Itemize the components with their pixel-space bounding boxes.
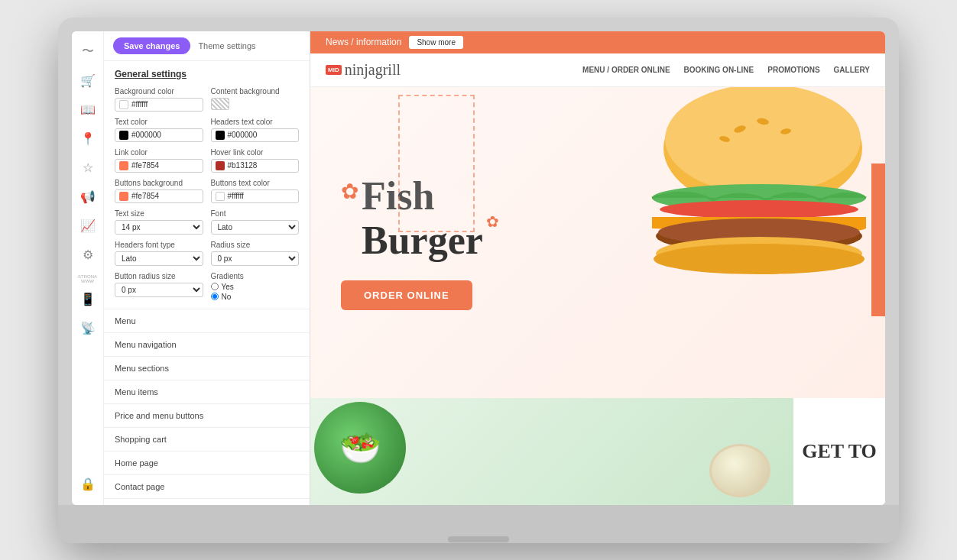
font-field: Font Lato Roboto Open Sans: [211, 209, 300, 235]
background-color-field: Background color #ffffff: [115, 87, 203, 112]
nav-bar: MID ninjagrill MENU / ORDER ONLINE BOOKI…: [310, 53, 885, 87]
menu-item-items[interactable]: Menu items: [104, 380, 310, 404]
text-size-select[interactable]: 14 px 12 px 13 px 15 px 16 px: [115, 220, 203, 235]
hover-link-color-swatch: [216, 161, 225, 170]
menu-item-contact-page[interactable]: Contact page: [104, 475, 310, 499]
cart-icon[interactable]: 🛒: [75, 68, 101, 94]
hover-link-color-label: Hover link color: [211, 148, 300, 157]
text-size-label: Text size: [115, 209, 203, 218]
nav-link-booking[interactable]: BOOKING ON-LINE: [684, 66, 754, 74]
link-color-label: Link color: [115, 148, 203, 157]
headers-font-type-select[interactable]: Lato Roboto: [115, 251, 203, 266]
lock-icon[interactable]: 🔒: [75, 471, 101, 497]
nav-links: MENU / ORDER ONLINE BOOKING ON-LINE PROM…: [582, 66, 870, 74]
order-online-button[interactable]: ORDER ONLINE: [341, 280, 472, 310]
menu-list: Menu Menu navigation Menu sections Menu …: [104, 309, 310, 505]
background-color-label: Background color: [115, 87, 203, 95]
strona-label: STRONA WWW: [72, 274, 103, 283]
hover-link-color-field: Hover link color #b13128: [211, 148, 300, 173]
preview-area: News / information Show more MID ninjagr…: [310, 31, 885, 505]
laptop-wrapper: 〜 🛒 📖 📍 ☆ 📢 📈 ⚙ STRONA WWW 📱 📡 🔒 Save ch…: [58, 18, 899, 543]
menu-item-home-page[interactable]: Home page: [104, 452, 310, 475]
laptop-screen: 〜 🛒 📖 📍 ☆ 📢 📈 ⚙ STRONA WWW 📱 📡 🔒 Save ch…: [72, 31, 885, 505]
content-background-pattern[interactable]: [211, 98, 229, 110]
link-color-field: Link color #fe7854: [115, 148, 203, 173]
menu-item-price-buttons[interactable]: Price and menu buttons: [104, 404, 310, 428]
text-color-field: Text color #000000: [115, 118, 203, 142]
link-color-swatch: [119, 161, 128, 170]
get-to-text: GET TO: [802, 440, 877, 463]
button-radius-size-select[interactable]: 0 px 2 px 4 px: [115, 283, 203, 297]
headers-font-type-label: Headers font type: [115, 241, 203, 249]
text-color-swatch: [119, 131, 128, 140]
location-icon[interactable]: 📍: [75, 126, 101, 152]
nav-link-gallery[interactable]: GALLERY: [834, 66, 870, 74]
headers-text-color-field: Headers text color #000000: [211, 118, 300, 142]
gear-icon[interactable]: ⚙: [75, 242, 101, 268]
headers-text-color-input[interactable]: #000000: [211, 128, 300, 142]
content-background-label: Content background: [211, 87, 300, 95]
buttons-text-color-label: Buttons text color: [211, 179, 300, 187]
hero-section: ✿ Fish Burger ✿ ORDER ONLINE: [310, 87, 885, 398]
headers-font-type-field: Headers font type Lato Roboto: [115, 241, 203, 266]
bottom-section: 🥗 GET TO: [310, 398, 885, 505]
nav-link-promotions[interactable]: PROMOTIONS: [767, 66, 819, 74]
theme-settings-link[interactable]: Theme settings: [198, 41, 255, 50]
gradients-yes-radio[interactable]: [211, 283, 219, 290]
buttons-background-field: Buttons background #fe7854: [115, 179, 203, 203]
buttons-background-input[interactable]: #fe7854: [115, 189, 203, 203]
headers-text-color-swatch: [216, 131, 225, 140]
nav-link-menu[interactable]: MENU / ORDER ONLINE: [582, 66, 670, 74]
hover-link-color-input[interactable]: #b13128: [211, 159, 300, 173]
laptop-base: [58, 505, 899, 543]
leaf-decoration: ✿: [341, 179, 358, 204]
gradients-no-option[interactable]: No: [211, 293, 300, 301]
buttons-text-color-input[interactable]: #ffffff: [211, 189, 300, 203]
sidebar-icons: 〜 🛒 📖 📍 ☆ 📢 📈 ⚙ STRONA WWW 📱 📡 🔒: [72, 31, 104, 505]
gradients-yes-option[interactable]: Yes: [211, 283, 300, 291]
leaf-decoration-2: ✿: [486, 212, 499, 231]
phone-icon[interactable]: 📱: [75, 286, 101, 312]
menu-item-sections[interactable]: Menu sections: [104, 357, 310, 380]
salad-bowl: 🥗: [314, 402, 406, 494]
accent-bar: [871, 163, 885, 316]
gradients-no-radio[interactable]: [211, 293, 219, 300]
menu-item-shopping-cart[interactable]: Shopping cart: [104, 428, 310, 452]
text-color-label: Text color: [115, 118, 203, 126]
text-color-text: #000000: [131, 131, 161, 139]
hero-content: ✿ Fish Burger ✿ ORDER ONLINE: [310, 87, 885, 398]
gradients-label: Gradients: [211, 272, 300, 280]
background-color-input[interactable]: #ffffff: [115, 98, 203, 112]
settings-body: General settings Background color #fffff…: [104, 61, 310, 505]
save-button[interactable]: Save changes: [113, 37, 190, 54]
link-color-input[interactable]: #fe7854: [115, 159, 203, 173]
headers-text-color-label: Headers text color: [211, 118, 300, 126]
buttons-background-label: Buttons background: [115, 179, 203, 187]
menu-item-website-header[interactable]: Website header: [104, 499, 310, 505]
font-select[interactable]: Lato Roboto Open Sans: [211, 220, 300, 235]
text-size-field: Text size 14 px 12 px 13 px 15 px 16 px: [115, 209, 203, 235]
radius-size-label: Radius size: [211, 241, 300, 249]
sauce-bowl: [709, 444, 770, 497]
megaphone-icon[interactable]: 📢: [75, 184, 101, 210]
logo-mid: MID: [326, 65, 342, 75]
menu-item-menu[interactable]: Menu: [104, 309, 310, 333]
show-more-button[interactable]: Show more: [409, 36, 463, 49]
text-color-input[interactable]: #000000: [115, 128, 203, 142]
menu-item-navigation[interactable]: Menu navigation: [104, 333, 310, 357]
font-label: Font: [211, 209, 300, 218]
gradients-radio-group: Yes No: [211, 283, 300, 301]
radius-size-select[interactable]: 0 px 2 px 4 px: [211, 251, 300, 266]
chart-icon[interactable]: 📈: [75, 213, 101, 239]
hover-link-color-text: #b13128: [228, 161, 258, 170]
salad-visual-wrapper: 🥗: [314, 402, 414, 501]
activity-icon[interactable]: 〜: [75, 39, 101, 65]
news-bar-text: News / information: [326, 37, 401, 47]
website-preview: News / information Show more MID ninjagr…: [310, 31, 885, 505]
book-icon[interactable]: 📖: [75, 97, 101, 123]
button-radius-size-field: Button radius size 0 px 2 px 4 px: [115, 272, 203, 301]
selection-overlay: [398, 95, 475, 232]
star-icon[interactable]: ☆: [75, 155, 101, 181]
headers-text-color-text: #000000: [228, 131, 258, 139]
rss-icon[interactable]: 📡: [75, 316, 101, 342]
